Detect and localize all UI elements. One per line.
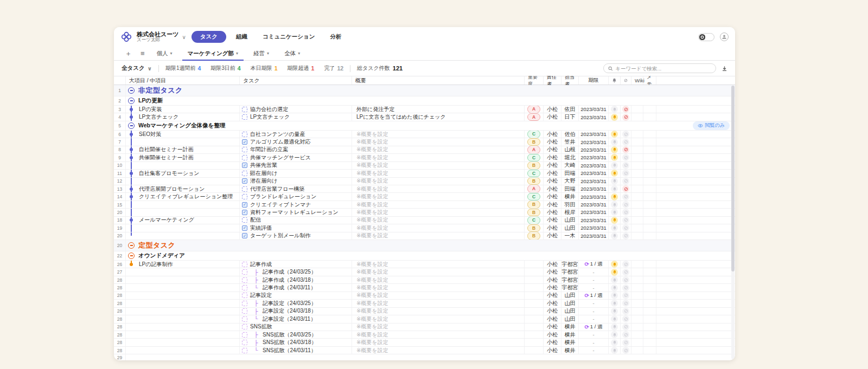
bell-icon[interactable]	[611, 146, 618, 153]
owner-cell[interactable]: 小松	[544, 217, 561, 224]
tab-3[interactable]: 全体▾	[277, 47, 308, 60]
no-attachment-icon[interactable]	[622, 261, 629, 268]
summary-cell[interactable]: ※概要を設定	[352, 170, 525, 177]
task-cell[interactable]: 配信	[240, 217, 352, 224]
task-checkbox[interactable]	[242, 340, 247, 345]
attachment-cell[interactable]	[621, 261, 631, 268]
task-checkbox[interactable]	[242, 147, 247, 152]
owner-cell[interactable]: 小松	[544, 162, 561, 169]
summary-cell[interactable]: ※概要を設定	[352, 232, 525, 239]
task-cell[interactable]: ├記事作成（24/03/18）	[240, 276, 352, 283]
due-cell[interactable]: 2023/03/31	[579, 146, 609, 153]
owner-cell[interactable]: 小松	[544, 315, 561, 322]
task-cell[interactable]: ✓潜在層向け	[240, 178, 352, 185]
attachment-cell[interactable]	[621, 138, 631, 145]
priority-cell[interactable]	[525, 261, 544, 268]
memo-cell[interactable]	[643, 300, 656, 307]
priority-cell[interactable]: B	[525, 232, 544, 239]
memo-cell[interactable]	[643, 268, 656, 275]
scrollbar-thumb[interactable]	[731, 86, 735, 271]
wiki-cell[interactable]	[631, 268, 643, 275]
memo-cell[interactable]	[643, 162, 656, 169]
due-cell[interactable]: -	[579, 284, 609, 291]
assignee-cell[interactable]: 宇都宮	[561, 261, 579, 268]
reminder-cell[interactable]	[609, 339, 621, 346]
bell-icon[interactable]	[611, 154, 618, 161]
collapse-minus-icon[interactable]	[128, 87, 135, 94]
memo-cell[interactable]	[643, 323, 656, 331]
col-memo[interactable]: メモ	[643, 76, 656, 85]
assignee-cell[interactable]: 山田	[561, 315, 579, 322]
assignee-cell[interactable]: 日下	[561, 113, 579, 120]
assignee-cell[interactable]: 山田	[561, 224, 579, 231]
wiki-cell[interactable]	[631, 217, 643, 224]
no-attachment-icon[interactable]	[622, 178, 629, 185]
no-attachment-icon[interactable]	[622, 300, 629, 307]
memo-cell[interactable]	[643, 146, 656, 153]
assignee-cell[interactable]: 宇都宮	[561, 284, 579, 291]
attachment-cell[interactable]	[621, 217, 631, 224]
summary-cell[interactable]: ※概要を設定	[352, 268, 525, 275]
collapse-minus-icon[interactable]	[128, 253, 135, 259]
assignee-cell[interactable]: 横井	[561, 323, 579, 331]
priority-cell[interactable]	[525, 292, 544, 299]
bell-icon[interactable]	[611, 300, 618, 307]
task-checkbox[interactable]	[242, 285, 247, 290]
collapse-minus-icon[interactable]	[128, 242, 135, 249]
due-cell[interactable]: 2023/03/31	[579, 138, 609, 145]
due-cell[interactable]: 2023/03/31	[579, 193, 609, 200]
attachment-cell[interactable]	[621, 224, 631, 231]
wiki-cell[interactable]	[631, 276, 643, 283]
attachment-cell[interactable]	[621, 201, 631, 208]
tab-2[interactable]: 経営▾	[246, 47, 277, 60]
task-cell[interactable]: ブランドレギュレーション	[240, 193, 352, 200]
no-attachment-icon[interactable]	[622, 339, 629, 346]
assignee-cell[interactable]: 羽田	[561, 201, 579, 208]
priority-cell[interactable]: C	[525, 193, 544, 200]
summary-cell[interactable]: ※概要を設定	[352, 131, 525, 138]
attachment-cell[interactable]	[621, 276, 631, 283]
memo-cell[interactable]	[643, 201, 656, 208]
assignee-cell[interactable]: 山田	[561, 217, 579, 224]
wiki-cell[interactable]	[631, 300, 643, 307]
attachment-cell[interactable]	[621, 113, 631, 120]
task-checkbox[interactable]: ✓	[242, 202, 247, 208]
wiki-cell[interactable]	[631, 232, 643, 239]
task-checkbox[interactable]	[242, 332, 247, 338]
task-checkbox[interactable]	[242, 308, 247, 314]
reminder-cell[interactable]	[609, 185, 621, 192]
task-checkbox[interactable]	[242, 277, 247, 283]
memo-cell[interactable]	[643, 217, 656, 224]
bell-icon[interactable]	[611, 106, 618, 113]
wiki-cell[interactable]	[631, 339, 643, 346]
reminder-cell[interactable]	[609, 162, 621, 169]
owner-cell[interactable]: 小松	[544, 131, 561, 138]
task-checkbox[interactable]	[242, 107, 247, 112]
attachment-cell[interactable]	[621, 323, 631, 331]
assignee-cell[interactable]: 横井	[561, 331, 579, 338]
attachment-cell[interactable]	[621, 185, 631, 192]
filter-1[interactable]: 期限3日前4	[210, 64, 240, 72]
attachment-cell[interactable]	[621, 170, 631, 177]
wiki-cell[interactable]	[631, 347, 643, 354]
owner-cell[interactable]: 小松	[544, 339, 561, 346]
task-checkbox[interactable]	[242, 316, 247, 322]
task-cell[interactable]: 年間計画の立案	[240, 146, 352, 153]
summary-cell[interactable]: ※概要を設定	[352, 315, 525, 322]
nav-item-2[interactable]: コミュニケーション	[257, 31, 320, 43]
task-checkbox[interactable]: ✓	[242, 210, 247, 215]
priority-cell[interactable]: A	[525, 106, 544, 113]
task-cell[interactable]: 共催マッチングサービス	[240, 154, 352, 161]
reminder-cell[interactable]	[609, 209, 621, 216]
priority-cell[interactable]: C	[525, 170, 544, 177]
bell-icon[interactable]	[611, 201, 618, 208]
owner-cell[interactable]: 小松	[544, 178, 561, 185]
summary-cell[interactable]: ※概要を設定	[352, 201, 525, 208]
task-cell[interactable]: ✓実績評価	[240, 224, 352, 231]
owner-cell[interactable]: 小松	[544, 276, 561, 283]
due-cell[interactable]: -	[579, 300, 609, 307]
col-summary[interactable]: 概要	[352, 76, 525, 85]
bell-icon[interactable]	[611, 217, 618, 224]
owner-cell[interactable]: 小松	[544, 261, 561, 268]
wiki-cell[interactable]	[631, 323, 643, 331]
